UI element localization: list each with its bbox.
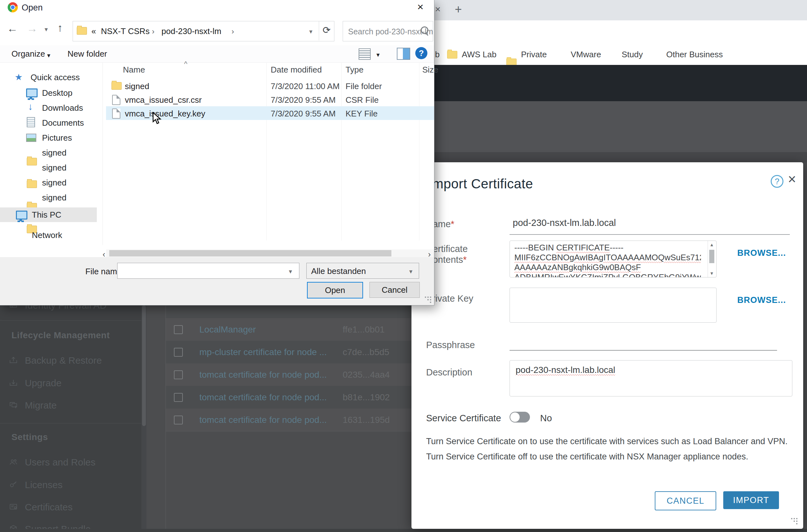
documents-icon xyxy=(27,117,35,127)
bookmark-other-business[interactable]: Other Business xyxy=(666,50,723,59)
sidebar-scrollbar-thumb[interactable] xyxy=(142,305,146,426)
browse-private-key-button[interactable]: BROWSE... xyxy=(737,295,786,305)
help-icon[interactable]: ? xyxy=(771,175,784,188)
import-button[interactable]: IMPORT xyxy=(723,491,779,509)
sidebar-section-lifecycle: Lifecycle Management xyxy=(12,330,110,340)
textarea-scrollbar[interactable]: ▲ ▼ xyxy=(708,241,716,277)
view-list-icon[interactable] xyxy=(359,49,371,60)
open-button[interactable]: Open xyxy=(307,282,363,299)
search-icon[interactable] xyxy=(421,26,428,34)
file-row-csr[interactable]: vmca_issued_csr.csr 7/3/2020 9:55 AM CSR… xyxy=(106,93,434,106)
folder-icon xyxy=(111,82,122,90)
nav-documents[interactable]: Documents xyxy=(42,118,84,128)
file-type-filter[interactable]: Alle bestanden ▾ xyxy=(306,263,419,279)
scroll-up-icon[interactable]: ▲ xyxy=(710,242,714,247)
address-dropdown-icon[interactable]: ▾ xyxy=(309,28,312,35)
sidebar-divider xyxy=(0,423,141,423)
new-folder-button[interactable]: New folder xyxy=(68,49,107,59)
column-name[interactable]: Name xyxy=(123,65,145,75)
bookmark-vmware[interactable]: VMware xyxy=(571,50,601,59)
nav-pictures[interactable]: Pictures xyxy=(42,133,72,143)
table-row[interactable]: tomcat certificate for node pod... 1631.… xyxy=(166,408,412,432)
browse-certificate-button[interactable]: BROWSE... xyxy=(737,248,786,258)
sidebar-item-users-roles[interactable]: Users and Roles xyxy=(0,454,141,471)
close-icon[interactable]: × xyxy=(417,1,424,13)
name-field[interactable]: pod-230-nsxt-lm.lab.local xyxy=(510,213,790,235)
page-bottom-strip xyxy=(0,529,807,532)
breadcrumb-prefix[interactable]: « xyxy=(91,26,96,36)
file-name-input[interactable]: ▾ xyxy=(117,263,299,279)
row-checkbox[interactable] xyxy=(174,393,183,402)
search-placeholder: Search pod-230-nsxt-lm xyxy=(348,27,433,36)
search-input[interactable]: Search pod-230-nsxt-lm xyxy=(343,21,433,41)
tab-close-icon[interactable]: × xyxy=(435,4,441,15)
private-key-field[interactable] xyxy=(510,288,717,323)
sidebar-item-upgrade[interactable]: Upgrade xyxy=(0,375,141,392)
nav-signed-folder[interactable]: signed xyxy=(42,193,67,203)
nav-desktop[interactable]: Desktop xyxy=(42,88,72,98)
breadcrumb-pod-230-nsxt-lm[interactable]: pod-230-nsxt-lm xyxy=(162,26,221,36)
table-row[interactable]: tomcat certificate for node pod... 0235.… xyxy=(166,363,412,386)
preview-pane-icon[interactable] xyxy=(397,48,410,60)
nav-quick-access[interactable]: Quick access xyxy=(31,73,80,82)
bookmark-private[interactable]: Private xyxy=(521,50,547,59)
close-icon[interactable]: × xyxy=(788,171,796,187)
combo-caret-icon[interactable]: ▾ xyxy=(289,268,292,275)
forward-icon[interactable]: → xyxy=(27,22,38,35)
sidebar-item-migrate[interactable]: Migrate xyxy=(0,397,141,414)
cancel-button[interactable]: Cancel xyxy=(369,282,420,298)
column-type[interactable]: Type xyxy=(346,65,363,75)
table-row[interactable]: mp-cluster certificate for node ... c7de… xyxy=(166,341,412,364)
view-caret-icon[interactable]: ▾ xyxy=(377,51,380,59)
history-chevron-icon[interactable]: ▾ xyxy=(44,25,48,33)
service-certificate-toggle[interactable] xyxy=(510,412,530,422)
description-field[interactable]: pod-230-nsxt-lm.lab.local xyxy=(510,360,792,396)
dialog-resize-grip[interactable] xyxy=(424,296,431,303)
scroll-down-icon[interactable]: ▼ xyxy=(710,271,714,276)
dialog-resize-grip[interactable] xyxy=(790,517,797,524)
up-icon[interactable]: ↑ xyxy=(57,22,63,34)
passphrase-field[interactable] xyxy=(510,334,777,350)
help-icon[interactable]: ? xyxy=(415,47,427,59)
row-checkbox[interactable] xyxy=(174,325,183,334)
file-type-filter-value: Alle bestanden xyxy=(311,266,366,276)
cancel-button[interactable]: CANCEL xyxy=(655,491,716,510)
address-breadcrumb-bar[interactable]: « NSX-T CSRs › pod-230-nsxt-lm › ▾ ⟳ xyxy=(73,21,334,41)
nav-downloads[interactable]: Downloads xyxy=(42,103,83,113)
nav-signed-folder[interactable]: signed xyxy=(42,163,67,173)
bookmark-clipped[interactable]: b xyxy=(435,50,439,59)
certificate-text: -----BEGIN CERTIFICATE----- MIIF6zCCBNOg… xyxy=(514,243,701,278)
certificate-contents-field[interactable]: -----BEGIN CERTIFICATE----- MIIF6zCCBNOg… xyxy=(510,241,717,278)
nav-signed-folder[interactable]: signed xyxy=(42,178,67,188)
toggle-knob xyxy=(510,412,520,422)
bookmark-aws-lab[interactable]: AWS Lab xyxy=(462,50,496,59)
sidebar-item-licenses[interactable]: Licenses xyxy=(0,477,141,494)
scrollbar-thumb[interactable] xyxy=(709,250,714,263)
nav-signed-folder[interactable]: signed xyxy=(42,148,67,158)
service-cert-help-1: Turn Service Certificate on to use the c… xyxy=(426,437,788,446)
row-checkbox[interactable] xyxy=(174,348,183,357)
table-row[interactable]: LocalManager ffe1...0b01 xyxy=(166,318,412,341)
bookmark-study[interactable]: Study xyxy=(622,50,643,59)
sidebar-item-certificates[interactable]: Certificates xyxy=(0,499,141,516)
row-checkbox[interactable] xyxy=(174,370,183,379)
column-date-modified[interactable]: Date modified xyxy=(271,65,322,75)
sidebar-item-backup-restore[interactable]: Backup & Restore xyxy=(0,353,141,369)
nav-network[interactable]: Network xyxy=(32,230,62,240)
column-size[interactable]: Size xyxy=(422,65,439,75)
horizontal-scrollbar-thumb[interactable] xyxy=(109,250,391,256)
nav-divider xyxy=(103,62,103,245)
table-row[interactable]: tomcat certificate for node pod... b81e.… xyxy=(166,386,412,409)
refresh-icon[interactable]: ⟳ xyxy=(323,24,331,36)
file-row-signed[interactable]: signed 7/3/2020 11:00 AM File folder xyxy=(106,79,434,93)
back-icon[interactable]: ← xyxy=(7,22,18,35)
breadcrumb-nsx-t-csrs[interactable]: NSX-T CSRs xyxy=(101,26,150,36)
horizontal-scrollbar[interactable] xyxy=(106,249,434,257)
folder-icon xyxy=(27,180,37,188)
required-marker: * xyxy=(451,219,454,229)
row-checkbox[interactable] xyxy=(174,416,183,424)
new-tab-button[interactable]: + xyxy=(455,3,462,16)
dialog-titlebar[interactable]: Open × xyxy=(0,0,434,15)
organize-button[interactable]: Organize xyxy=(12,49,45,59)
nav-this-pc[interactable]: This PC xyxy=(0,207,97,222)
